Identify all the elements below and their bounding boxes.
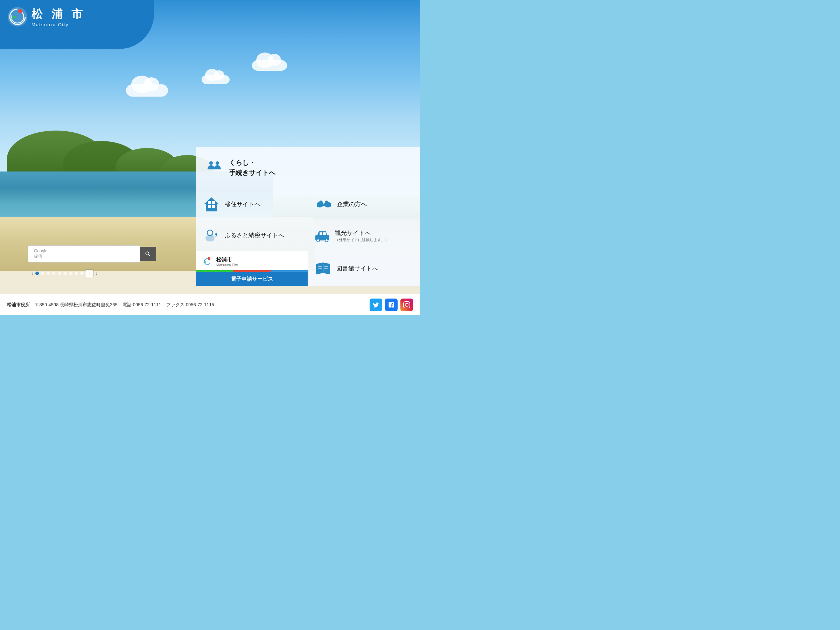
google-label: Google 提供	[34, 248, 52, 259]
living-icon	[206, 159, 223, 177]
facebook-icon[interactable]	[385, 298, 398, 311]
fax: ファクス:0956-72-1115	[166, 302, 214, 307]
furusato-card[interactable]: ふるさと納税サイトへ	[196, 220, 308, 251]
matsuura-logo-icon	[201, 256, 213, 268]
search-icon	[145, 251, 152, 257]
svg-point-17	[325, 239, 328, 242]
tourism-card[interactable]: 観光サイトへ （外部サイトに移動します。）	[308, 220, 420, 251]
office-name: 松浦市役所	[7, 302, 30, 307]
twitter-icon[interactable]	[369, 298, 382, 311]
spacer	[118, 302, 121, 307]
svg-rect-19	[323, 232, 326, 235]
svg-point-10	[319, 201, 323, 204]
hero-section: 松 浦 市 Matsuura City くらし・手続きサイトへ	[0, 0, 420, 301]
living-card-title: くらし・手続きサイトへ	[229, 158, 275, 178]
carousel-dot-9[interactable]	[80, 272, 84, 275]
handshake-icon	[315, 196, 332, 213]
migration-card-title: 移住サイトへ	[225, 200, 261, 209]
matsuura-card-text: 松浦市 Matsuura City	[216, 257, 238, 267]
svg-rect-9	[212, 201, 215, 204]
spacer2	[163, 302, 165, 307]
carousel-dot-4[interactable]	[52, 272, 56, 275]
matsuura-logo-area: 松浦市 Matsuura City	[196, 251, 308, 270]
logo-text: 松 浦 市 Matsuura City	[32, 7, 85, 27]
carousel-dot-3[interactable]	[47, 272, 50, 275]
svg-line-25	[324, 266, 328, 267]
living-card[interactable]: くらし・手続きサイトへ	[196, 147, 420, 189]
cards-grid: 移住サイトへ 企業の方へ	[196, 189, 420, 286]
svg-point-13	[208, 232, 210, 233]
instagram-icon[interactable]	[400, 298, 413, 311]
matsuura-romaji: Matsuura City	[216, 263, 238, 267]
svg-point-0	[8, 7, 27, 27]
svg-rect-6	[208, 205, 211, 208]
carousel-dot-8[interactable]	[74, 272, 78, 275]
search-input[interactable]	[56, 251, 134, 257]
logo-romaji: Matsuura City	[32, 22, 85, 27]
address-text: 〒859-4598 長崎県松浦市志佐町里免365	[35, 302, 117, 307]
carousel-dot-7[interactable]	[69, 272, 73, 275]
library-card-title: 図書館サイトへ	[336, 264, 378, 273]
furusato-icon	[203, 227, 220, 244]
carousel-pause[interactable]: ⏸	[86, 270, 93, 277]
svg-point-11	[325, 201, 328, 204]
application-label: 電子申請サービス	[196, 272, 308, 286]
svg-point-4	[216, 161, 219, 165]
search-row: Google 提供	[28, 245, 156, 262]
logo-icon	[7, 6, 28, 27]
svg-line-26	[324, 268, 328, 269]
cloud-1	[126, 84, 168, 96]
search-button[interactable]	[140, 247, 156, 261]
matsuura-kanji: 松浦市	[216, 257, 238, 263]
tourism-card-subtitle: （外部サイトに移動します。）	[335, 237, 389, 243]
search-input-wrapper: Google 提供	[28, 245, 140, 262]
svg-point-3	[209, 161, 213, 165]
svg-rect-18	[319, 232, 322, 235]
house-icon	[203, 196, 220, 213]
svg-point-12	[207, 230, 213, 235]
social-icons	[369, 298, 413, 311]
footer: 松浦市役所 〒859-4598 長崎県松浦市志佐町里免365 電話:0956-7…	[0, 294, 420, 315]
carousel-dot-1[interactable]	[35, 272, 39, 275]
carousel-dots: ‹ ⏸ ›	[28, 270, 156, 277]
business-card-title: 企業の方へ	[337, 200, 367, 209]
phone: 電話:0956-72-1111	[123, 302, 161, 307]
search-carousel-area: Google 提供 ‹ ⏸ ›	[28, 245, 156, 277]
address	[31, 302, 33, 307]
carousel-dot-6[interactable]	[63, 272, 67, 275]
carousel-dot-2[interactable]	[41, 272, 44, 275]
logo-area[interactable]: 松 浦 市 Matsuura City	[7, 6, 85, 27]
svg-point-2	[18, 9, 22, 13]
carousel-prev[interactable]: ‹	[32, 270, 33, 276]
migration-card[interactable]: 移住サイトへ	[196, 189, 308, 220]
carousel-dot-5[interactable]	[58, 272, 61, 275]
svg-rect-7	[212, 205, 215, 208]
tourism-card-text: 観光サイトへ （外部サイトに移動します。）	[335, 229, 389, 243]
tourism-card-title: 観光サイトへ	[335, 229, 389, 238]
svg-rect-8	[208, 201, 211, 204]
furusato-card-title: ふるさと納税サイトへ	[225, 231, 284, 240]
business-card[interactable]: 企業の方へ	[308, 189, 420, 220]
footer-text: 松浦市役所 〒859-4598 長崎県松浦市志佐町里免365 電話:0956-7…	[7, 302, 369, 308]
book-icon	[315, 261, 332, 277]
matsuura-application-card[interactable]: 松浦市 Matsuura City 電子申請サービス	[196, 251, 308, 286]
logo-kanji: 松 浦 市	[32, 7, 85, 22]
svg-line-23	[318, 266, 322, 267]
svg-line-24	[318, 268, 322, 269]
svg-point-16	[317, 239, 319, 242]
library-card[interactable]: 図書館サイトへ	[308, 251, 420, 286]
svg-point-14	[215, 233, 217, 235]
car-icon	[314, 227, 331, 244]
carousel-next[interactable]: ›	[96, 270, 97, 276]
